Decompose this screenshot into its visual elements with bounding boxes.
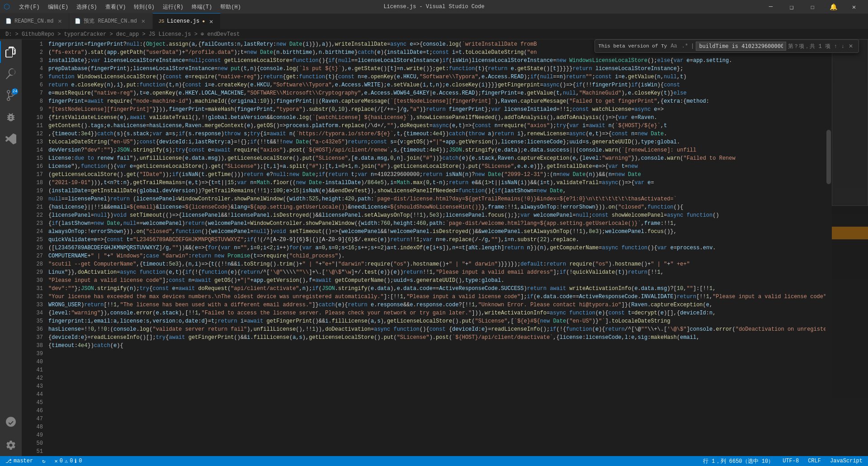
statusbar-git-branch[interactable]: ⎇ master xyxy=(4,458,35,465)
code-line-25: quickValidate=e=>{const t="L23456789ABCD… xyxy=(47,236,826,244)
main-layout: 24 This beta version of Ty Aa .* | 第？项，共… xyxy=(0,39,868,456)
minimap-viewport xyxy=(832,39,868,206)
code-line-29: Linux"}},doActivation=async function(e,t… xyxy=(47,268,826,276)
code-line-6: return e.closeKey(n),i},put:function(t,n… xyxy=(47,81,826,89)
code-line-13: toLocaleDateString("en-US");const{device… xyxy=(47,138,826,146)
statusbar-language[interactable]: JavaScript xyxy=(828,458,864,464)
code-line-37: {deviceId:e}=readLicenseInfo()[];try{awa… xyxy=(47,333,826,342)
line-num: 6 xyxy=(22,81,43,89)
line-num: 22 xyxy=(22,211,43,219)
line-num: 38 xyxy=(22,342,43,350)
find-input[interactable] xyxy=(696,42,786,51)
line-num: 46 xyxy=(22,407,43,415)
activity-remote[interactable] xyxy=(0,413,22,434)
line-num: 28 xyxy=(22,260,43,268)
statusbar-errors[interactable]: ✕ 0 ⚠ 0 ℹ 0 xyxy=(52,458,84,465)
tab-close-license[interactable]: ✕ xyxy=(208,18,215,25)
code-line-16: License"),function(){var e=getLicenseLoc… xyxy=(47,162,826,171)
tab-close-readme[interactable]: ✕ xyxy=(56,18,63,25)
line-num: 14 xyxy=(22,146,43,154)
find-next-button[interactable]: ↓ xyxy=(840,42,846,50)
activity-debug[interactable] xyxy=(0,106,22,128)
menu-goto[interactable]: 转到(G) xyxy=(130,1,158,13)
find-regex-btn[interactable]: .* xyxy=(682,43,688,49)
menu-run[interactable]: 运行(R) xyxy=(159,1,187,13)
tab-license[interactable]: JS License.js ● ✕ xyxy=(153,13,221,29)
line-num: 42 xyxy=(22,374,43,382)
minimize-button[interactable]: ─ xyxy=(760,0,781,14)
activity-source-control[interactable]: 24 xyxy=(0,85,22,106)
line-num: 40 xyxy=(22,358,43,366)
code-line-20: null==licensePanel)return (licensePanel=… xyxy=(47,195,826,203)
restore-button[interactable]: ❑ xyxy=(781,0,802,14)
code-line-33: WRONG_USER)return[!!1,"The license has b… xyxy=(47,301,826,309)
git-branch-icon: ⎇ xyxy=(5,458,12,465)
line-num: 26 xyxy=(22,244,43,252)
tab-label-preview: 预览 README_CN.md xyxy=(84,17,137,25)
breadcrumb-text: D: > GithubRepo > typoraCracker > dec_ap… xyxy=(5,31,240,38)
find-close-button[interactable]: ✕ xyxy=(847,42,855,50)
activity-extensions[interactable] xyxy=(0,128,22,150)
code-line-27: COMPUTERNAME+" | "+" Windows";case "darw… xyxy=(47,252,826,260)
line-num: 16 xyxy=(22,162,43,171)
line-num: 11 xyxy=(22,122,43,130)
code-line-23: {if(lastShown=new Date,null==welcomePane… xyxy=(47,219,826,228)
find-separator: | xyxy=(691,43,694,49)
line-num: 39 xyxy=(22,350,43,358)
find-widget: This beta version of Ty Aa .* | 第？项，共 1 … xyxy=(594,39,859,53)
activity-explorer[interactable] xyxy=(0,41,22,63)
line-num: 45 xyxy=(22,399,43,407)
menu-help[interactable]: 帮助(H) xyxy=(217,1,245,13)
statusbar: ⎇ master ↻ ✕ 0 ⚠ 0 ℹ 0 行 1，列 6650（选中 10）… xyxy=(0,456,868,466)
vertical-scrollbar[interactable] xyxy=(826,39,832,456)
code-line-5: function WindowsLicenseLocalStore(){cons… xyxy=(47,73,826,81)
line-num: 19 xyxy=(22,187,43,195)
code-line-38: {timeout:4e4})catch(e){ xyxy=(47,342,826,350)
menu-selection[interactable]: 选择(S) xyxy=(73,1,101,13)
tab-icon-preview: 📄 xyxy=(75,18,81,24)
vscode-icon: ⬡ xyxy=(4,2,10,11)
close-button[interactable]: ✕ xyxy=(844,0,864,14)
notification-button[interactable]: 🔔 xyxy=(823,0,844,14)
code-line-24: alwaysOnTop:!errorShown})).on("closed",f… xyxy=(47,228,826,236)
line-num: 33 xyxy=(22,301,43,309)
line-ending-label: CRLF xyxy=(808,458,821,464)
line-num: 30 xyxy=(22,276,43,285)
tab-close-preview[interactable]: ✕ xyxy=(140,18,147,25)
layout-button[interactable]: ☐ xyxy=(802,0,823,14)
scrollbar-thumb[interactable] xyxy=(826,130,831,184)
line-num: 34 xyxy=(22,309,43,317)
menu-file[interactable]: 文件(F) xyxy=(15,1,43,13)
line-num: 44 xyxy=(22,390,43,399)
menu-terminal[interactable]: 终端(T) xyxy=(188,1,216,13)
find-navigation: ↑ ↓ ✕ xyxy=(832,42,855,50)
code-line-21: {hasLicense}||!!1&&email=${email}&licens… xyxy=(47,203,826,211)
activity-settings[interactable] xyxy=(0,434,22,456)
line-num: 25 xyxy=(22,236,43,244)
code-line-18: ("2021-10-01"))),t<n?t:n},getTrailRemain… xyxy=(47,179,826,187)
find-prev-button[interactable]: ↑ xyxy=(832,42,839,50)
statusbar-sync[interactable]: ↻ xyxy=(40,458,47,465)
statusbar-position[interactable]: 行 1，列 6650（选中 10） xyxy=(701,457,775,465)
warning-icon: ⚠ xyxy=(65,458,68,465)
code-line-31: "dev":""};JSON.stringify(n);try{const e=… xyxy=(47,285,826,293)
statusbar-line-ending[interactable]: CRLF xyxy=(806,458,823,464)
find-widget-label: This beta version of Ty xyxy=(599,43,667,49)
line-num: 5 xyxy=(22,73,43,81)
info-count: 0 xyxy=(79,458,82,464)
tab-icon-readme: 📄 xyxy=(5,18,12,24)
titlebar-controls: ─ ❑ ☐ 🔔 ✕ xyxy=(760,0,864,14)
menu-edit[interactable]: 编辑(E) xyxy=(44,1,72,13)
activity-bar: 24 xyxy=(0,39,22,456)
code-content[interactable]: fingerprint=fingerPrint?null:(Object.ass… xyxy=(47,39,826,456)
titlebar-title: License.js - Visual Studio Code xyxy=(383,4,484,10)
code-line-15: License:due to renew fail"),unfillLicens… xyxy=(47,154,826,162)
tab-readme[interactable]: 📄 README_CN.md ✕ xyxy=(0,13,69,29)
activity-search[interactable] xyxy=(0,63,22,85)
line-num: 47 xyxy=(22,415,43,423)
encoding-label: UTF-8 xyxy=(783,458,799,464)
menu-view[interactable]: 查看(V) xyxy=(102,1,130,13)
tab-preview[interactable]: 📄 预览 README_CN.md ✕ xyxy=(69,13,153,29)
code-container: 1 2 3 4 5 6 7 8 9 10 11 12 13 14 15 16 1… xyxy=(22,39,868,456)
statusbar-encoding[interactable]: UTF-8 xyxy=(781,458,801,464)
